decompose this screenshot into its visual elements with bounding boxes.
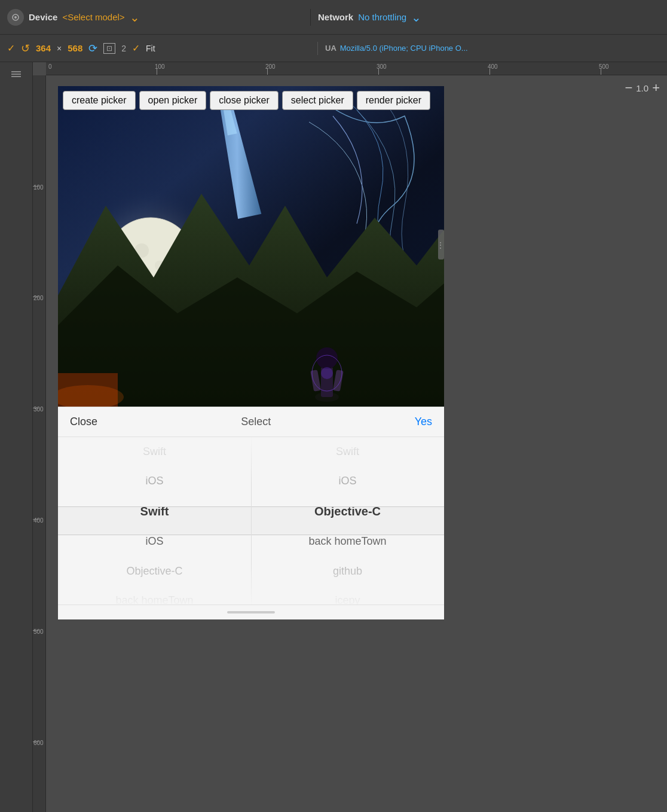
picker-buttons-container: create picker open picker close picker s… [63, 91, 430, 110]
zoom-value: 1.0 [636, 83, 648, 93]
picker-panel: Close Select Yes Swift iOS Swift iOS Obj… [58, 407, 444, 619]
fit-label: Fit [146, 44, 155, 53]
picker-col2-item-0[interactable]: Swift [251, 437, 444, 466]
picker-col1-item-2[interactable]: Swift [58, 496, 251, 527]
picker-col2-item-5[interactable]: icepy [251, 586, 444, 605]
vertical-ruler: 100 200 300 400 500 600 [33, 75, 46, 812]
ruler-h-100: 100 [155, 63, 165, 70]
picker-scroll-area[interactable]: Swift iOS Swift iOS Objective-C back hom… [58, 437, 444, 605]
picker-column-1[interactable]: Swift iOS Swift iOS Objective-C back hom… [58, 437, 251, 605]
picker-column-2[interactable]: Swift iOS Objective-C back homeTown gith… [251, 437, 444, 605]
ruler-h-0: 0 [48, 63, 52, 70]
picker-col2-item-2[interactable]: Objective-C [251, 496, 444, 527]
screenshot-count: 2 [121, 44, 126, 53]
no-throttling-dropdown[interactable]: No throttling [358, 12, 406, 22]
fit-checkbox[interactable]: ✓ [132, 42, 140, 54]
picker-col1-item-4[interactable]: Objective-C [58, 557, 251, 586]
select-picker-button[interactable]: select picker [282, 91, 353, 110]
second-toolbar: ✓ ↺ 364 × 568 ⟳ ⊡ 2 ✓ Fit UA Mozilla/5.0… [0, 35, 667, 62]
select-model-dropdown[interactable]: <Select model> [62, 12, 124, 22]
picker-col2-item-3[interactable]: back homeTown [251, 527, 444, 556]
responsive-checkbox[interactable]: ✓ [7, 42, 15, 54]
device-label: Device [29, 12, 57, 22]
picker-col1-item-1[interactable]: iOS [58, 466, 251, 496]
picker-column-divider [251, 437, 252, 605]
zoom-minus-button[interactable]: − [625, 80, 632, 96]
ruler-h-500: 500 [599, 63, 609, 70]
picker-header: Close Select Yes [58, 407, 444, 437]
ua-section: UA Mozilla/5.0 (iPhone; CPU iPhone O... [318, 44, 660, 53]
svg-point-18 [316, 347, 338, 369]
height-value: 568 [68, 43, 82, 53]
picker-col1-item-0[interactable]: Swift [58, 437, 251, 466]
rotate-icon[interactable]: ↺ [21, 42, 30, 55]
svg-rect-3 [11, 74, 21, 75]
device-section: Device <Select model> ⌄ [0, 9, 311, 26]
picker-close-button[interactable]: Close [70, 416, 97, 428]
screenshot-icon[interactable]: ⊡ [103, 43, 115, 54]
ruler-v-200: 200 [33, 295, 44, 301]
render-picker-button[interactable]: render picker [357, 91, 430, 110]
toolbar-device-controls: ✓ ↺ 364 × 568 ⟳ ⊡ 2 ✓ Fit [7, 42, 318, 55]
zoom-plus-button[interactable]: + [652, 80, 660, 96]
network-section: Network No throttling ⌄ [311, 10, 667, 25]
ua-label: UA [325, 44, 336, 53]
ruler-v-100: 100 [33, 184, 44, 191]
left-sidebar [0, 62, 33, 812]
picker-drag-handle[interactable] [227, 611, 275, 613]
ruler-h-200: 200 [265, 63, 276, 70]
svg-rect-2 [11, 71, 21, 72]
refresh-icon[interactable]: ⟳ [88, 42, 97, 55]
svg-point-1 [14, 16, 17, 19]
picker-bottom-handle [58, 605, 444, 619]
ruler-h-400: 400 [488, 63, 498, 70]
svg-point-22 [321, 367, 333, 379]
network-label: Network [318, 12, 353, 22]
width-value: 364 [36, 43, 51, 53]
picker-col2-item-1[interactable]: iOS [251, 466, 444, 496]
ruler-h-300: 300 [377, 63, 387, 70]
ruler-v-300: 300 [33, 406, 44, 413]
device-dropdown-arrow[interactable]: ⌄ [130, 10, 140, 25]
svg-rect-4 [11, 76, 21, 77]
picker-title: Select [241, 416, 271, 428]
dimension-x: × [57, 44, 62, 53]
open-picker-button[interactable]: open picker [139, 91, 207, 110]
picker-col2-item-4[interactable]: github [251, 557, 444, 586]
ruler-v-600: 600 [33, 740, 44, 746]
ruler-v-500: 500 [33, 628, 44, 635]
zoom-controls: − 1.0 + [617, 75, 667, 100]
horizontal-ruler: 0 100 200 300 400 500 [46, 62, 667, 75]
game-scene-svg: ⋮ [58, 86, 444, 409]
close-picker-button[interactable]: close picker [210, 91, 278, 110]
svg-text:⋮: ⋮ [437, 241, 444, 249]
sidebar-settings-icon[interactable] [7, 67, 25, 81]
top-toolbar: Device <Select model> ⌄ Network No throt… [0, 0, 667, 35]
settings-icon[interactable] [7, 9, 24, 26]
picker-col1-item-5[interactable]: back homeTown [58, 586, 251, 605]
ruler-v-400: 400 [33, 517, 44, 524]
picker-yes-button[interactable]: Yes [415, 416, 432, 428]
game-viewport: ⋮ create picker open picker close picker… [58, 86, 444, 409]
ua-value[interactable]: Mozilla/5.0 (iPhone; CPU iPhone O... [340, 44, 468, 53]
create-picker-button[interactable]: create picker [63, 91, 136, 110]
network-dropdown-arrow[interactable]: ⌄ [411, 10, 421, 25]
picker-col1-item-3[interactable]: iOS [58, 527, 251, 556]
